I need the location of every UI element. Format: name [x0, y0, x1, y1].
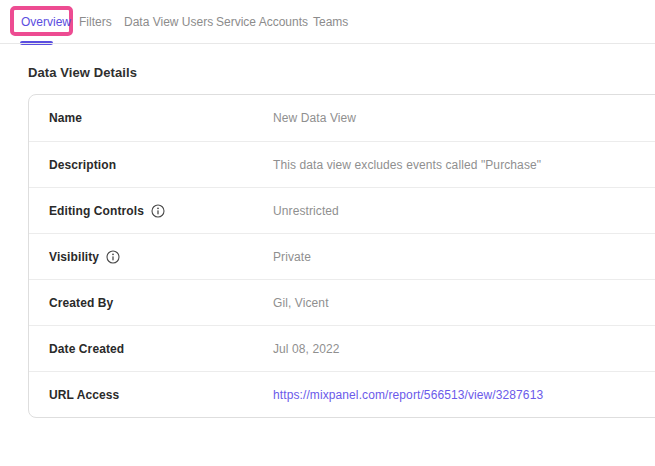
tab-service-accounts[interactable]: Service Accounts	[216, 15, 308, 29]
row-label: Editing Controls	[49, 204, 273, 218]
tab-teams[interactable]: Teams	[313, 15, 348, 29]
row-label: Visibility	[49, 250, 273, 264]
table-row-date-created: Date Created Jul 08, 2022	[29, 325, 655, 371]
row-label-text: URL Access	[49, 388, 119, 402]
row-label: Date Created	[49, 342, 273, 356]
table-row-url-access: URL Access https://mixpanel.com/report/5…	[29, 371, 655, 417]
row-value: New Data View	[273, 111, 356, 125]
url-access-link[interactable]: https://mixpanel.com/report/566513/view/…	[273, 388, 543, 402]
table-row-created-by: Created By Gil, Vicent	[29, 279, 655, 325]
table-row-description: Description This data view excludes even…	[29, 141, 655, 187]
row-value: Gil, Vicent	[273, 296, 329, 310]
row-label: Created By	[49, 296, 273, 310]
row-value: Private	[273, 250, 311, 264]
row-label: Name	[49, 111, 273, 125]
tab-bar: Overview Filters Data View Users Service…	[0, 0, 655, 44]
row-label-text: Description	[49, 158, 116, 172]
tab-filters[interactable]: Filters	[79, 15, 112, 29]
table-row-name: Name New Data View	[29, 95, 655, 141]
row-label: Description	[49, 158, 273, 172]
data-view-details-card: Name New Data View Description This data…	[28, 94, 655, 418]
table-row-visibility: Visibility Private	[29, 233, 655, 279]
row-value: Unrestricted	[273, 204, 339, 218]
info-circle-icon[interactable]	[106, 250, 120, 264]
row-label: URL Access	[49, 388, 273, 402]
row-value: Jul 08, 2022	[273, 342, 340, 356]
row-label-text: Visibility	[49, 250, 99, 264]
row-label-text: Date Created	[49, 342, 124, 356]
page-title: Data View Details	[28, 65, 655, 80]
row-label-text: Editing Controls	[49, 204, 144, 218]
tab-overview[interactable]: Overview	[21, 15, 71, 29]
row-label-text: Name	[49, 111, 82, 125]
table-row-editing-controls: Editing Controls Unrestricted	[29, 187, 655, 233]
tab-bar-divider	[0, 43, 655, 44]
row-value: https://mixpanel.com/report/566513/view/…	[273, 388, 543, 402]
info-circle-icon[interactable]	[151, 204, 165, 218]
tab-data-view-users[interactable]: Data View Users	[124, 15, 213, 29]
row-value: This data view excludes events called "P…	[273, 158, 541, 172]
row-label-text: Created By	[49, 296, 113, 310]
